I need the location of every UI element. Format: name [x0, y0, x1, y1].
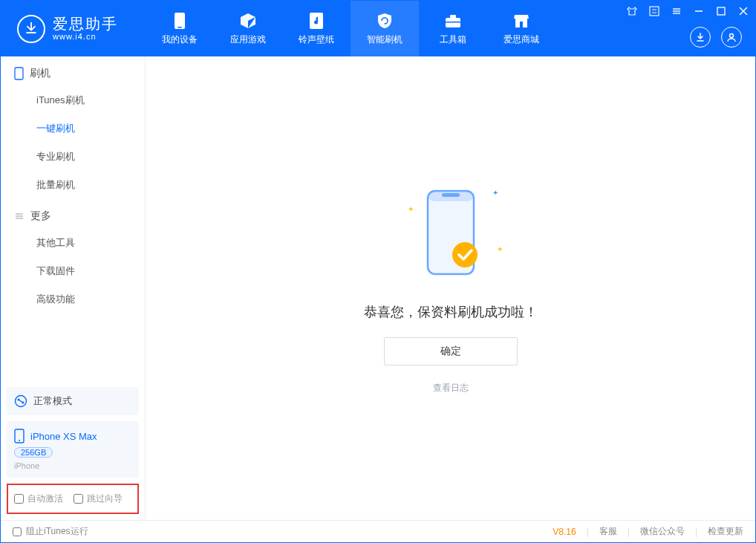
sidebar-item-oneclick-flash[interactable]: 一键刷机	[1, 114, 145, 143]
device-mode-label: 正常模式	[33, 394, 72, 408]
nav-label: 我的设备	[162, 33, 198, 46]
success-message: 恭喜您，保资料刷机成功啦！	[364, 303, 538, 321]
option-label: 跳过向导	[87, 492, 123, 505]
sparkle-icon: ✦	[497, 245, 503, 253]
device-name: iPhone XS Max	[30, 431, 97, 442]
shield-refresh-icon	[375, 11, 394, 30]
svg-point-32	[452, 242, 478, 267]
device-capacity: 256GB	[14, 447, 53, 458]
list-icon[interactable]	[648, 5, 660, 17]
nav-apps-games[interactable]: 应用游戏	[214, 1, 282, 56]
header-actions	[690, 27, 742, 48]
logo-area: 爱思助手 www.i4.cn	[1, 1, 146, 56]
maximize-icon[interactable]	[715, 5, 727, 17]
svg-rect-8	[650, 7, 659, 16]
logo-icon	[17, 15, 45, 43]
svg-point-28	[19, 440, 20, 441]
sidebar-group-flash: 刷机	[1, 56, 145, 86]
nav-toolbox[interactable]: 工具箱	[419, 1, 487, 56]
wechat-link[interactable]: 微信公众号	[640, 525, 685, 538]
device-mode-box[interactable]: 正常模式	[7, 387, 139, 415]
phone-outline-icon	[14, 67, 24, 80]
block-itunes-label: 阻止iTunes运行	[26, 525, 88, 538]
block-itunes-checkbox[interactable]	[13, 527, 22, 536]
option-label: 自动激活	[27, 492, 63, 505]
svg-line-26	[19, 400, 23, 403]
store-icon	[512, 11, 531, 30]
window-controls	[626, 5, 749, 17]
version-label: V8.16	[553, 527, 576, 537]
nav-label: 应用游戏	[230, 33, 266, 46]
success-illustration: ✦ ✦ ✦	[406, 183, 495, 287]
download-icon[interactable]	[690, 27, 711, 48]
toolbox-icon	[443, 11, 463, 30]
nav-label: 爱思商城	[504, 33, 539, 46]
sidebar-item-itunes-flash[interactable]: iTunes刷机	[1, 86, 145, 114]
statusbar: 阻止iTunes运行 V8.16 | 客服 | 微信公众号 | 检查更新	[1, 520, 755, 542]
titlebar: 爱思助手 www.i4.cn 我的设备 应用游戏 铃声壁纸 智能刷机 工具箱 爱…	[1, 1, 755, 56]
main-nav: 我的设备 应用游戏 铃声壁纸 智能刷机 工具箱 爱思商城	[146, 1, 555, 56]
sidebar-item-download-firmware[interactable]: 下载固件	[1, 257, 145, 285]
sidebar: 刷机 iTunes刷机 一键刷机 专业刷机 批量刷机 更多 其他工具 下载固件 …	[1, 56, 146, 520]
more-icon	[14, 211, 25, 221]
main-content: ✦ ✦ ✦ 恭喜您，保资料刷机成功啦！ 确定 查看日志	[146, 56, 755, 520]
close-icon[interactable]	[737, 5, 749, 17]
shirt-icon[interactable]	[626, 5, 638, 17]
svg-rect-5	[446, 22, 460, 23]
nav-ringtone-wallpaper[interactable]: 铃声壁纸	[282, 1, 351, 56]
option-skip-guide[interactable]: 跳过向导	[74, 492, 123, 505]
svg-rect-4	[450, 15, 456, 18]
music-note-icon	[307, 11, 326, 30]
skip-guide-checkbox[interactable]	[74, 494, 83, 504]
device-icon	[14, 429, 25, 443]
app-subtitle: www.i4.cn	[53, 32, 118, 41]
option-auto-activate[interactable]: 自动激活	[14, 492, 63, 505]
auto-activate-checkbox[interactable]	[14, 494, 24, 504]
nav-my-device[interactable]: 我的设备	[146, 1, 214, 56]
flash-options-box: 自动激活 跳过向导	[7, 484, 139, 514]
nav-label: 铃声壁纸	[299, 33, 334, 46]
mode-icon	[14, 394, 27, 408]
phone-icon	[170, 11, 189, 30]
ok-button[interactable]: 确定	[384, 337, 518, 365]
nav-label: 工具箱	[440, 33, 466, 46]
sidebar-item-batch-flash[interactable]: 批量刷机	[1, 171, 145, 199]
menu-icon[interactable]	[671, 5, 682, 17]
block-itunes-option[interactable]: 阻止iTunes运行	[13, 525, 88, 538]
device-type: iPhone	[14, 461, 131, 470]
app-title: 爱思助手	[53, 16, 118, 32]
sidebar-item-pro-flash[interactable]: 专业刷机	[1, 143, 145, 171]
sidebar-item-advanced[interactable]: 高级功能	[1, 285, 145, 313]
svg-point-18	[730, 34, 734, 38]
svg-rect-19	[15, 68, 23, 79]
check-update-link[interactable]: 检查更新	[708, 525, 743, 538]
svg-rect-31	[442, 193, 460, 197]
nav-smart-flash[interactable]: 智能刷机	[351, 1, 419, 56]
svg-rect-15	[717, 7, 725, 15]
user-icon[interactable]	[721, 27, 742, 48]
svg-rect-7	[520, 22, 523, 27]
svg-rect-1	[177, 27, 182, 28]
support-link[interactable]: 客服	[599, 525, 617, 538]
sparkle-icon: ✦	[492, 189, 498, 197]
sidebar-item-other-tools[interactable]: 其他工具	[1, 229, 145, 257]
minimize-icon[interactable]	[693, 5, 705, 17]
svg-rect-0	[175, 13, 185, 29]
cube-icon	[238, 11, 258, 30]
sidebar-group-more: 更多	[1, 199, 145, 229]
sidebar-group-label: 刷机	[30, 67, 50, 80]
view-log-link[interactable]: 查看日志	[433, 382, 469, 394]
nav-label: 智能刷机	[367, 33, 403, 46]
sparkle-icon: ✦	[408, 205, 414, 213]
sidebar-group-label: 更多	[30, 209, 51, 223]
nav-store[interactable]: 爱思商城	[487, 1, 555, 56]
device-info-box[interactable]: iPhone XS Max 256GB iPhone	[7, 421, 139, 478]
